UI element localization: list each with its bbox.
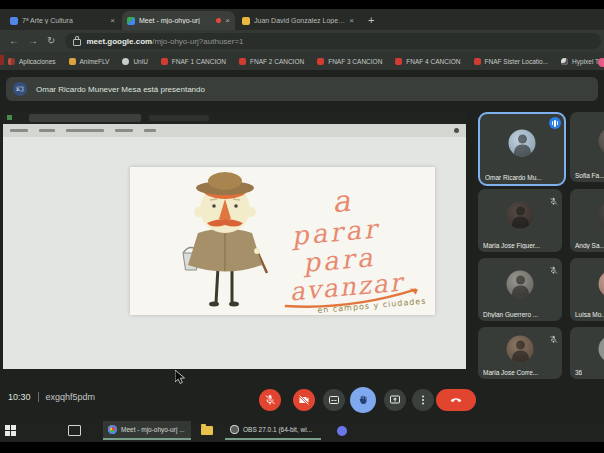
- youtube-icon: [317, 58, 324, 65]
- browser-tab-strip: 7ª Arte y Cultura × Meet - mjo-ohyo-urj …: [0, 9, 604, 30]
- bookmark-icon: [561, 58, 568, 65]
- avatar: [507, 271, 534, 298]
- avatar: [509, 130, 536, 157]
- participant-tile-maria-figueroa[interactable]: Maria Jose Figuer...: [478, 189, 562, 252]
- meet-page: Omar Ricardo Munever Mesa está presentan…: [0, 70, 604, 419]
- forward-icon[interactable]: →: [28, 35, 38, 47]
- slide-title: a parar para avanzar en campos y ciudade…: [275, 177, 427, 315]
- participant-name: Maria Jose Figuer...: [483, 242, 540, 249]
- taskbar-obs-window[interactable]: OBS 27.0.1 (64-bit, wi...: [225, 421, 321, 440]
- tab-title: Meet - mjo-ohyo-urj: [139, 17, 212, 24]
- taskbar-chrome-window[interactable]: Meet - mjo-ohyo-urj ...: [103, 421, 191, 440]
- youtube-icon: [239, 58, 246, 65]
- top-black-bar: [0, 0, 604, 9]
- participant-tile-luisa[interactable]: Luisa Mo...: [570, 258, 604, 321]
- bookmark-aplicaciones[interactable]: Aplicaciones: [8, 58, 56, 65]
- bookmark-fnaf-1[interactable]: FNAF 1 CANCION: [161, 58, 226, 65]
- presentation-cast-icon: [13, 82, 27, 96]
- cartoon-farmer: [183, 172, 267, 307]
- taskbar-window-title: OBS 27.0.1 (64-bit, wi...: [243, 426, 312, 433]
- reload-icon[interactable]: ↻: [47, 35, 55, 47]
- shared-window-titlebar: [3, 112, 466, 124]
- screen: 7ª Arte y Cultura × Meet - mjo-ohyo-urj …: [0, 0, 604, 453]
- participant-name: Maria Jose Corre...: [483, 369, 538, 376]
- url-path: /mjo-ohyo-urj?authuser=1: [152, 37, 243, 46]
- bookmark-uniu[interactable]: UniU: [122, 58, 147, 65]
- participant-name: Dhylan Guerrero ...: [483, 311, 538, 318]
- tab-arte-y-cultura[interactable]: 7ª Arte y Cultura ×: [5, 11, 120, 30]
- apps-icon: [8, 58, 15, 65]
- mic-off-icon: [549, 330, 558, 339]
- bookmark-cut-right: [598, 58, 604, 67]
- tab-title: Juan David Gonzalez Lopez - Al: [254, 17, 345, 24]
- meet-favicon: [127, 17, 135, 25]
- shared-window-tab: [29, 114, 141, 122]
- participant-tile-omar[interactable]: Omar Ricardo Mu...: [478, 112, 566, 186]
- shared-screen-video: a parar para avanzar en campos y ciudade…: [3, 112, 466, 369]
- windows-taskbar: Meet - mjo-ohyo-urj ... OBS 27.0.1 (64-b…: [0, 419, 604, 442]
- participant-tile-more[interactable]: 36: [570, 327, 604, 379]
- avatar: [507, 335, 534, 362]
- present-screen-button[interactable]: [384, 389, 406, 411]
- tab-favicon: [10, 17, 18, 25]
- bookmark-icon: [69, 58, 76, 65]
- camera-off-button[interactable]: [293, 389, 315, 411]
- url-text: meet.google.com/mjo-ohyo-urj?authuser=1: [86, 37, 243, 46]
- shared-app-menubar-blurred: [3, 124, 466, 137]
- avatar: [599, 202, 604, 229]
- leave-call-button[interactable]: [436, 389, 476, 411]
- participant-tile-dhylan[interactable]: Dhylan Guerrero ...: [478, 258, 562, 321]
- slide: a parar para avanzar en campos y ciudade…: [130, 167, 435, 315]
- tab-juan-david[interactable]: Juan David Gonzalez Lopez - Al ×: [237, 11, 359, 30]
- youtube-icon: [395, 58, 402, 65]
- discord-icon[interactable]: [337, 426, 347, 436]
- avatar: [507, 202, 534, 229]
- participant-tile-sofia[interactable]: Sofia Fa...: [570, 112, 604, 182]
- participant-name: Omar Ricardo Mu...: [485, 174, 542, 181]
- captions-button[interactable]: [323, 389, 345, 411]
- avatar: [599, 335, 604, 362]
- bookmark-fnaf-4[interactable]: FNAF 4 CANCION: [395, 58, 460, 65]
- start-button[interactable]: [5, 425, 16, 436]
- shared-app-icon: [7, 115, 12, 120]
- media-indicator-icon: [216, 18, 221, 23]
- title-line-1: a: [330, 183, 351, 219]
- bookmark-cut-left: [0, 55, 4, 65]
- file-explorer-icon[interactable]: [201, 426, 213, 435]
- speaking-audio-icon: [549, 117, 561, 129]
- participant-name: 36: [575, 369, 582, 376]
- more-options-button[interactable]: [412, 389, 434, 411]
- presenting-banner-text: Omar Ricardo Munever Mesa está presentan…: [36, 85, 205, 94]
- participant-name: Luisa Mo...: [575, 311, 604, 318]
- bookmark-icon: [122, 58, 129, 65]
- new-tab-button[interactable]: +: [368, 13, 374, 27]
- avatar: [599, 128, 604, 155]
- avatar: [599, 271, 604, 298]
- bookmark-fnaf-3[interactable]: FNAF 3 CANCION: [317, 58, 382, 65]
- tab-title: 7ª Arte y Cultura: [22, 17, 106, 24]
- raise-hand-button-active[interactable]: [350, 387, 376, 413]
- back-icon[interactable]: ←: [9, 35, 19, 47]
- close-icon[interactable]: ×: [225, 17, 230, 25]
- bookmarks-bar: Aplicaciones AnimeFLV UniU FNAF 1 CANCIO…: [0, 52, 604, 70]
- participant-name: Sofia Fa...: [575, 172, 604, 179]
- gear-icon: [454, 128, 459, 133]
- meeting-info: 10:30 exgqhf5pdm: [8, 392, 95, 402]
- address-bar[interactable]: meet.google.com/mjo-ohyo-urj?authuser=1: [65, 33, 601, 49]
- lock-icon: [73, 39, 81, 46]
- clock-text: 10:30: [8, 392, 31, 402]
- participant-tile-andy[interactable]: Andy Sa...: [570, 189, 604, 252]
- close-icon[interactable]: ×: [349, 17, 354, 25]
- task-view-button[interactable]: [68, 425, 81, 436]
- mic-off-icon: [549, 192, 558, 201]
- bookmark-fnaf-2[interactable]: FNAF 2 CANCION: [239, 58, 304, 65]
- shared-window-tab: [149, 115, 209, 121]
- mic-mute-button[interactable]: [259, 389, 281, 411]
- bottom-black-bar: [0, 442, 604, 453]
- bookmark-animeflv[interactable]: AnimeFLV: [69, 58, 110, 65]
- tab-favicon: [242, 17, 250, 25]
- participant-tile-maria-correa[interactable]: Maria Jose Corre...: [478, 327, 562, 379]
- tab-meet[interactable]: Meet - mjo-ohyo-urj ×: [122, 11, 235, 30]
- close-icon[interactable]: ×: [110, 17, 115, 25]
- bookmark-fnaf-sister[interactable]: FNAF Sister Locatio...: [474, 58, 549, 65]
